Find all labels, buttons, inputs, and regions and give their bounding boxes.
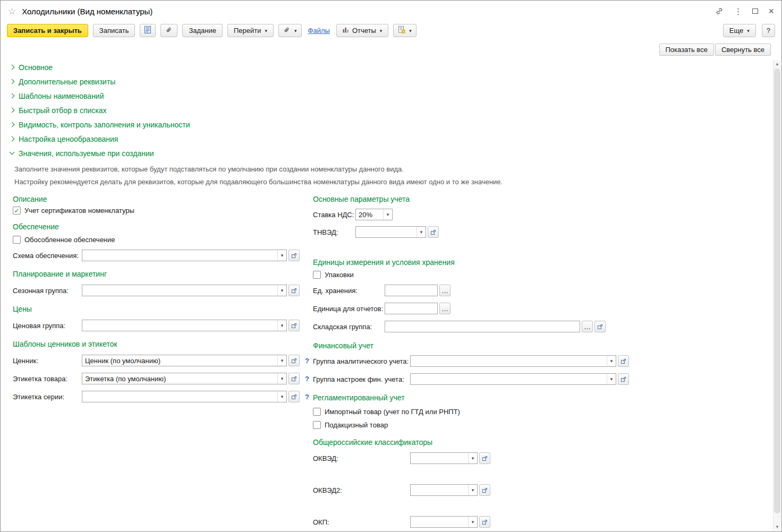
- dropdown-button[interactable]: ▾: [277, 373, 286, 384]
- season-group-input[interactable]: ▾: [82, 285, 287, 296]
- separate-supply-checkbox[interactable]: Обособленное обеспечение: [13, 236, 311, 244]
- section-label: Видимость, контроль заполнения и уникаль…: [19, 121, 190, 129]
- list-icon: [144, 26, 151, 35]
- menu-kebab-icon[interactable]: ⋮: [734, 6, 742, 16]
- okp-input[interactable]: ▾: [410, 516, 478, 528]
- fin-settings-group-input[interactable]: ▾: [410, 373, 616, 385]
- reports-button[interactable]: Отчеты ▾: [336, 24, 388, 37]
- dropdown-button[interactable]: ▾: [277, 285, 286, 296]
- field-label: Ценовая группа:: [13, 322, 82, 330]
- collapse-all-button[interactable]: Свернуть все: [715, 44, 771, 56]
- open-button[interactable]: [288, 391, 300, 402]
- section-main[interactable]: Основное: [1, 60, 772, 74]
- goto-button[interactable]: Перейти ▾: [227, 24, 274, 37]
- close-icon[interactable]: ×: [768, 6, 774, 16]
- field-value: Ценник (по умолчанию): [82, 355, 277, 366]
- dropdown-button[interactable]: ▾: [468, 453, 477, 464]
- cert-checkbox[interactable]: ✓ Учет сертификатов номенклатуры: [13, 207, 311, 214]
- more-button[interactable]: Еще ▾: [723, 24, 756, 37]
- field-label: Группа аналитического учета:: [313, 357, 410, 365]
- series-label-input[interactable]: ▾: [82, 391, 287, 402]
- warehouse-group-input[interactable]: [385, 321, 580, 332]
- dropdown-button[interactable]: ▾: [383, 209, 392, 220]
- scrollbar-thumb[interactable]: [774, 68, 780, 513]
- dropdown-button[interactable]: ▾: [468, 517, 477, 527]
- task-button[interactable]: Задание: [182, 24, 223, 37]
- section-visibility-control[interactable]: Видимость, контроль заполнения и уникаль…: [1, 117, 772, 132]
- help-button[interactable]: ?: [762, 24, 775, 37]
- create-based-on-button[interactable]: ▾: [393, 24, 416, 37]
- structure-button[interactable]: [140, 24, 156, 37]
- dropdown-button[interactable]: ▾: [277, 355, 286, 366]
- help-link[interactable]: ?: [305, 357, 309, 365]
- attachments-button[interactable]: [160, 24, 177, 37]
- show-all-button[interactable]: Показать все: [659, 44, 714, 56]
- section-quick-filter[interactable]: Быстрый отбор в списках: [1, 103, 772, 117]
- open-button[interactable]: [288, 373, 300, 384]
- open-button[interactable]: [618, 373, 629, 385]
- field-value: [411, 453, 468, 464]
- field-label: ОКВЭД2:: [313, 486, 410, 494]
- packages-checkbox[interactable]: Упаковки: [313, 271, 642, 279]
- files-link[interactable]: Файлы: [308, 27, 330, 35]
- get-link-icon[interactable]: [715, 7, 724, 15]
- section-default-values[interactable]: Значения, используемые при создании: [1, 146, 772, 160]
- supply-scheme-input[interactable]: ▾: [82, 250, 287, 261]
- open-button[interactable]: [618, 355, 629, 367]
- vat-rate-input[interactable]: 20% ▾: [355, 209, 393, 220]
- open-button[interactable]: [288, 250, 300, 261]
- section-additional-attributes[interactable]: Дополнительные реквизиты: [1, 74, 772, 89]
- choose-button[interactable]: …: [439, 285, 450, 296]
- dropdown-button[interactable]: ▾: [607, 356, 616, 366]
- favorite-star-icon[interactable]: ☆: [8, 7, 16, 16]
- report-chart-icon: [343, 27, 349, 35]
- maximize-icon[interactable]: [752, 8, 758, 14]
- save-close-button[interactable]: Записать и закрыть: [7, 24, 88, 37]
- report-unit-input[interactable]: [385, 303, 438, 314]
- price-tag-input[interactable]: Ценник (по умолчанию) ▾: [82, 355, 287, 366]
- vertical-scrollbar[interactable]: ▲ ▼: [773, 60, 781, 531]
- tnved-input[interactable]: ▾: [355, 226, 426, 238]
- choose-button[interactable]: …: [582, 321, 593, 332]
- paperclip-icon: [283, 26, 291, 35]
- open-button[interactable]: [479, 452, 490, 464]
- okved-input[interactable]: ▾: [410, 452, 478, 464]
- group-title-accounting: Основные параметры учета: [313, 195, 642, 203]
- dropdown-button[interactable]: ▾: [277, 320, 286, 331]
- form-content: Основное Дополнительные реквизиты Шаблон…: [1, 60, 772, 531]
- open-button[interactable]: [288, 320, 300, 331]
- attach-menu-button[interactable]: ▾: [278, 24, 302, 37]
- help-link[interactable]: ?: [305, 393, 309, 401]
- document-new-icon: [398, 26, 405, 35]
- choose-button[interactable]: …: [439, 303, 450, 314]
- dropdown-button[interactable]: ▾: [468, 485, 477, 495]
- section-name-templates[interactable]: Шаблоны наименований: [1, 89, 772, 103]
- section-pricing-setup[interactable]: Настройка ценообразования: [1, 132, 772, 146]
- storage-unit-input[interactable]: [385, 285, 438, 296]
- save-button[interactable]: Записать: [93, 24, 135, 37]
- group-title-supply: Обеспечение: [13, 222, 311, 231]
- okved2-input[interactable]: ▾: [410, 484, 478, 496]
- product-label-input[interactable]: Этикетка (по умолчанию) ▾: [82, 373, 287, 384]
- field-value: [82, 285, 277, 296]
- dropdown-button[interactable]: ▾: [277, 391, 286, 402]
- imported-goods-checkbox[interactable]: Импортный товар (учет по ГТД или РНПТ): [313, 408, 642, 416]
- dropdown-button[interactable]: ▾: [607, 374, 616, 384]
- open-button[interactable]: [479, 484, 490, 496]
- open-button[interactable]: [288, 285, 300, 296]
- open-button[interactable]: [479, 516, 490, 528]
- price-group-input[interactable]: ▾: [82, 320, 287, 331]
- group-title-finance: Финансовый учет: [313, 341, 642, 350]
- okved-row: ОКВЭД: ▾: [313, 452, 642, 464]
- dropdown-button[interactable]: ▾: [416, 227, 426, 237]
- window-title: Холодильники (Вид номенклатуры): [22, 7, 152, 16]
- scroll-down-icon[interactable]: ▼: [774, 523, 781, 531]
- open-button[interactable]: [288, 355, 300, 366]
- dropdown-button[interactable]: ▾: [277, 250, 286, 261]
- scroll-up-icon[interactable]: ▲: [774, 60, 781, 68]
- analytics-group-input[interactable]: ▾: [410, 355, 616, 367]
- open-button[interactable]: [428, 226, 439, 238]
- help-link[interactable]: ?: [305, 375, 309, 383]
- open-button[interactable]: [594, 321, 606, 332]
- excise-goods-checkbox[interactable]: Подакцизный товар: [313, 421, 642, 429]
